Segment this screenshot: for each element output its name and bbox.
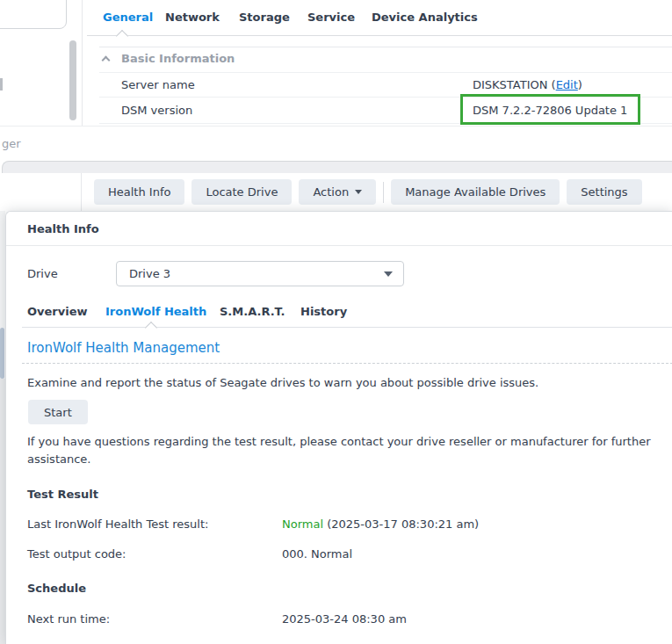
test-result-heading: Test Result <box>27 488 98 501</box>
manage-available-drives-label: Manage Available Drives <box>405 185 546 199</box>
section-title[interactable]: Basic Information <box>121 52 235 65</box>
start-button[interactable]: Start <box>28 400 88 424</box>
settings-button[interactable]: Settings <box>567 179 641 205</box>
tab-service[interactable]: Service <box>307 11 355 24</box>
last-test-detail: (2025-03-17 08:30:21 am) <box>323 517 479 531</box>
dialog-title: Health Info <box>27 222 99 235</box>
next-run-value: 2025-03-24 08:30 am <box>282 612 407 626</box>
settings-label: Settings <box>581 185 627 199</box>
tab-history[interactable]: History <box>300 305 347 318</box>
paren-open: ( <box>547 78 555 91</box>
panel-divider <box>82 0 83 126</box>
left-edge-tick <box>0 78 3 90</box>
paren-close: ) <box>578 78 582 91</box>
server-name-label: Server name <box>121 78 195 91</box>
drive-select[interactable]: Drive 3 <box>116 261 404 286</box>
scrollbar-thumb[interactable] <box>69 40 76 120</box>
screen: General Network Storage Service Device A… <box>0 0 672 644</box>
action-label: Action <box>313 185 349 199</box>
edit-link[interactable]: Edit <box>556 78 578 91</box>
tab-ironwolf-health[interactable]: IronWolf Health <box>105 305 206 318</box>
locate-drive-button[interactable]: Locate Drive <box>191 179 292 205</box>
region-seam <box>0 126 672 127</box>
next-run-label: Next run time: <box>27 612 110 626</box>
ironwolf-description: Examine and report the status of Seagate… <box>27 376 660 389</box>
section-top-line <box>99 47 672 47</box>
toolbar-separator <box>383 182 384 203</box>
schedule-heading: Schedule <box>27 582 86 595</box>
sidebar-divider <box>81 173 82 211</box>
output-code-label: Test output code: <box>27 547 126 561</box>
underlying-scrollbar-thumb[interactable] <box>0 328 4 379</box>
tab-device-analytics[interactable]: Device Analytics <box>372 11 478 24</box>
tab-overview[interactable]: Overview <box>27 305 88 318</box>
dsm-version-label: DSM version <box>121 104 192 117</box>
output-code-value: 000. Normal <box>282 547 352 561</box>
row-separator <box>99 72 672 73</box>
dashed-divider <box>22 363 672 364</box>
active-tab-notch <box>116 30 128 42</box>
tab-underline <box>87 35 672 36</box>
last-test-value: Normal (2025-03-17 08:30:21 am) <box>282 517 479 531</box>
tab-general[interactable]: General <box>103 11 153 24</box>
tab-storage[interactable]: Storage <box>239 11 290 24</box>
health-info-label: Health Info <box>108 185 170 199</box>
storage-toolbar: Health Info Locate Drive Action Manage A… <box>94 179 642 205</box>
window-title-fragment: ger <box>2 137 21 150</box>
server-name-text: DISKSTATION <box>473 78 547 91</box>
reseller-note: If you have questions regarding the test… <box>27 433 658 468</box>
server-name-value: DISKSTATION (Edit) <box>473 78 582 91</box>
status-badge: Normal <box>282 517 323 531</box>
caret-down-icon <box>384 271 393 277</box>
search-input[interactable] <box>0 0 67 29</box>
chevron-up-icon[interactable] <box>102 56 111 65</box>
tab-smart[interactable]: S.M.A.R.T. <box>220 305 285 318</box>
tab-network[interactable]: Network <box>165 11 220 24</box>
manage-available-drives-button[interactable]: Manage Available Drives <box>391 179 560 205</box>
caret-down-icon <box>355 190 362 194</box>
locate-drive-label: Locate Drive <box>206 185 278 199</box>
dialog-tab-underline <box>22 327 672 328</box>
drive-select-value: Drive 3 <box>129 267 170 280</box>
dialog-header-divider <box>6 245 672 246</box>
action-button[interactable]: Action <box>299 179 376 205</box>
ironwolf-heading: IronWolf Health Management <box>27 340 220 356</box>
dsm-version-highlight <box>460 94 640 125</box>
dialog-active-tab-notch <box>145 322 157 334</box>
start-label: Start <box>44 406 72 419</box>
drive-label: Drive <box>27 267 58 280</box>
content-top-band <box>2 161 672 173</box>
health-info-button[interactable]: Health Info <box>94 179 184 205</box>
health-info-dialog: Health Info Drive Drive 3 Overview IronW… <box>5 211 672 644</box>
last-test-label: Last IronWolf Health Test result: <box>27 517 208 531</box>
